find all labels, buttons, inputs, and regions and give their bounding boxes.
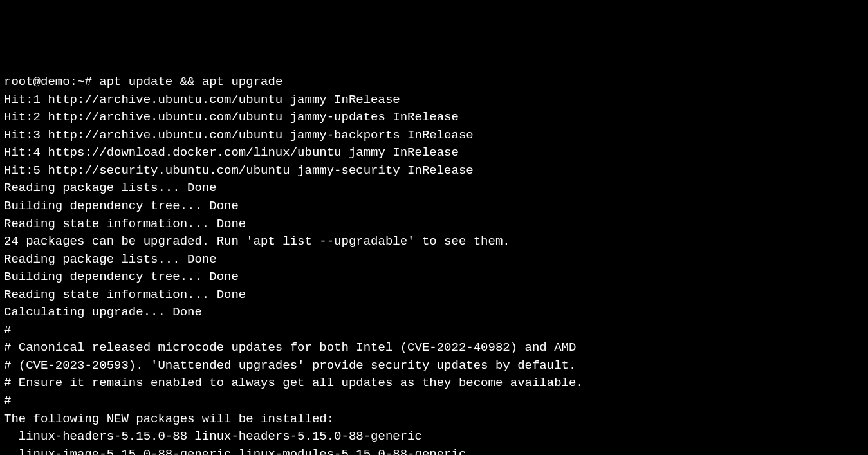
shell-prompt: root@demo:~#: [4, 75, 99, 89]
output-line: Building dependency tree... Done: [4, 198, 864, 216]
output-line: Reading package lists... Done: [4, 180, 864, 198]
output-line: Hit:1 http://archive.ubuntu.com/ubuntu j…: [4, 91, 864, 109]
output-line: #: [4, 393, 864, 411]
output-line: Reading state information... Done: [4, 286, 864, 304]
output-line: # Canonical released microcode updates f…: [4, 339, 864, 357]
output-line: # Ensure it remains enabled to always ge…: [4, 375, 864, 393]
output-line: 24 packages can be upgraded. Run 'apt li…: [4, 233, 864, 251]
output-line: Hit:4 https://download.docker.com/linux/…: [4, 144, 864, 162]
output-line: The following NEW packages will be insta…: [4, 411, 864, 429]
output-line: Building dependency tree... Done: [4, 268, 864, 286]
shell-command: apt update && apt upgrade: [99, 75, 282, 89]
output-line: linux-headers-5.15.0-88 linux-headers-5.…: [4, 428, 864, 446]
output-line: Hit:5 http://security.ubuntu.com/ubuntu …: [4, 162, 864, 180]
output-line: # (CVE-2023-20593). 'Unattended upgrades…: [4, 357, 864, 375]
command-line: root@demo:~# apt update && apt upgrade: [4, 73, 864, 91]
output-line: Reading package lists... Done: [4, 251, 864, 269]
output-line: linux-image-5.15.0-88-generic linux-modu…: [4, 446, 864, 455]
output-line: Hit:2 http://archive.ubuntu.com/ubuntu j…: [4, 109, 864, 127]
output-line: Hit:3 http://archive.ubuntu.com/ubuntu j…: [4, 127, 864, 145]
terminal-window[interactable]: root@demo:~# apt update && apt upgradeHi…: [4, 73, 864, 455]
output-line: #: [4, 322, 864, 340]
output-line: Calculating upgrade... Done: [4, 304, 864, 322]
output-line: Reading state information... Done: [4, 216, 864, 234]
